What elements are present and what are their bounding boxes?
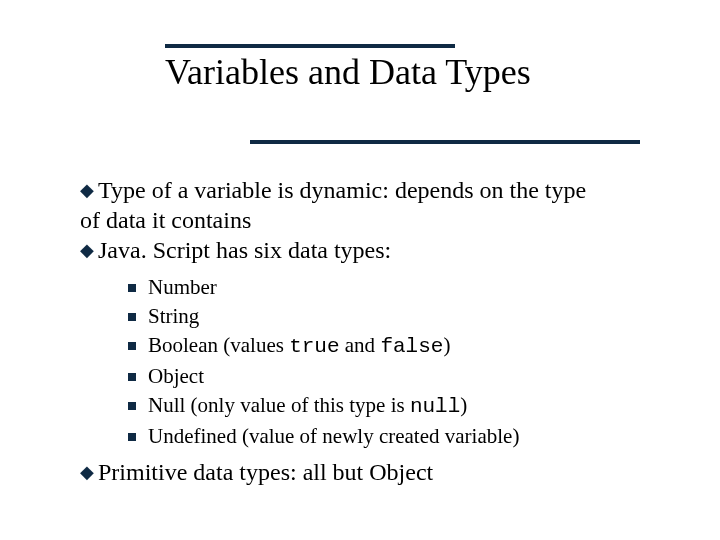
- code-false: false: [380, 335, 443, 358]
- slide-body: ◆Type of a variable is dynamic: depends …: [80, 175, 680, 487]
- bullet-text: Type of a variable is dynamic: depends o…: [98, 177, 586, 203]
- square-icon: [128, 373, 136, 381]
- list-item-label: Object: [148, 364, 204, 388]
- list-item-string: String: [128, 302, 680, 331]
- title-rule-bottom: [250, 140, 640, 144]
- list-item-null: Null (only value of this type is null): [128, 391, 680, 422]
- square-icon: [128, 433, 136, 441]
- list-item-boolean: Boolean (values true and false): [128, 331, 680, 362]
- square-icon: [128, 402, 136, 410]
- list-item-label: Number: [148, 275, 217, 299]
- code-true: true: [289, 335, 339, 358]
- bullet-text: Java. Script has six data types:: [98, 237, 391, 263]
- slide: Variables and Data Types ◆Type of a vari…: [0, 0, 720, 540]
- list-item-label: Boolean (values: [148, 333, 289, 357]
- title-rule-top: [165, 44, 455, 48]
- list-item-label: ): [443, 333, 450, 357]
- slide-title: Variables and Data Types: [165, 54, 565, 92]
- square-icon: [128, 284, 136, 292]
- diamond-icon: ◆: [80, 239, 94, 262]
- bullet-primitive: ◆Primitive data types: all but Object: [80, 457, 680, 487]
- list-item-label: ): [460, 393, 467, 417]
- list-item-object: Object: [128, 362, 680, 391]
- bullet-text: of data it contains: [80, 207, 251, 233]
- title-block: Variables and Data Types: [165, 44, 565, 92]
- bullet-text: Primitive data types: all but Object: [98, 459, 433, 485]
- code-null: null: [410, 395, 460, 418]
- bullet-six-types: ◆Java. Script has six data types:: [80, 235, 680, 265]
- list-item-number: Number: [128, 273, 680, 302]
- list-item-label: Undefined (value of newly created variab…: [148, 424, 519, 448]
- list-item-label: String: [148, 304, 199, 328]
- bullet-dynamic-type: ◆Type of a variable is dynamic: depends …: [80, 175, 680, 205]
- list-item-undefined: Undefined (value of newly created variab…: [128, 422, 680, 451]
- diamond-icon: ◆: [80, 461, 94, 484]
- square-icon: [128, 313, 136, 321]
- diamond-icon: ◆: [80, 179, 94, 202]
- list-item-label: and: [340, 333, 381, 357]
- bullet-dynamic-type-cont: of data it contains: [80, 205, 680, 235]
- list-item-label: Null (only value of this type is: [148, 393, 410, 417]
- square-icon: [128, 342, 136, 350]
- types-sublist: Number String Boolean (values true and f…: [128, 273, 680, 451]
